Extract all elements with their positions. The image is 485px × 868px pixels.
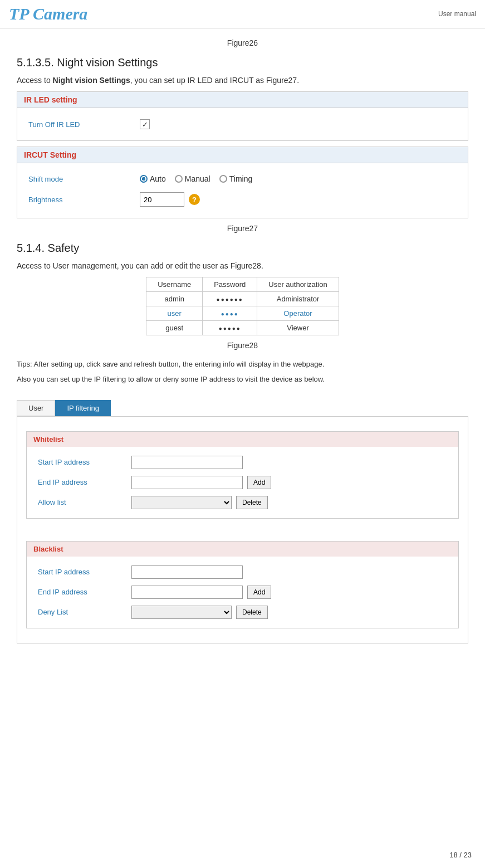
brightness-input[interactable] (140, 192, 184, 207)
desc-bold: Night vision Settings (53, 76, 130, 85)
blacklist-delete-button[interactable]: Delete (236, 606, 268, 619)
shift-mode-row: Shift mode Auto Manual Timin (28, 170, 457, 188)
radio-manual[interactable]: Manual (175, 174, 210, 183)
radio-manual-label: Manual (185, 174, 210, 183)
desc-post: , you can set up IR LED and IRCUT as Fig… (130, 76, 299, 85)
logo: TP Camera (9, 4, 87, 23)
section-514-title: 5.1.4. Safety (17, 242, 468, 255)
section-513-desc: Access to Night vision Settings, you can… (17, 76, 468, 85)
ir-led-checkbox[interactable] (140, 119, 150, 129)
ir-led-header: IR LED setting (17, 92, 468, 108)
radio-auto-label: Auto (150, 174, 166, 183)
radio-timing-circle (219, 175, 227, 183)
table-row: guest ●●●●● Viewer (146, 321, 339, 335)
cell-auth-user: Operator (257, 306, 339, 321)
cell-auth-guest: Viewer (257, 321, 339, 335)
desc-pre: Access to (17, 76, 53, 85)
section-514-desc: Access to User management, you can add o… (17, 261, 468, 270)
manual-label: User manual (438, 10, 476, 18)
cell-username-user: user (146, 306, 203, 321)
ircut-header: IRCUT Setting (17, 147, 468, 163)
blacklist-deny-list-row: Deny List Delete (38, 602, 447, 622)
turn-off-ir-led-row: Turn Off IR LED (28, 115, 457, 134)
blacklist-panel: Blacklist Start IP address End IP addres… (26, 541, 459, 628)
blacklist-header: Blacklist (27, 542, 458, 557)
whitelist-delete-button[interactable]: Delete (236, 496, 268, 509)
table-row: user ●●●● Operator (146, 306, 339, 321)
blacklist-end-ip-row: End IP address Add (38, 582, 447, 602)
shift-mode-label: Shift mode (28, 175, 140, 183)
blacklist-body: Start IP address End IP address Add Deny… (27, 557, 458, 628)
figure28-label: Figure28 (17, 341, 468, 350)
whitelist-allow-list-row: Allow list Delete (38, 492, 447, 513)
blacklist-start-ip-row: Start IP address (38, 562, 447, 582)
cell-password-admin: ●●●●●● (203, 292, 257, 306)
radio-auto-circle (140, 175, 148, 183)
whitelist-panel: Whitelist Start IP address End IP addres… (26, 431, 459, 519)
tips-line1: Tips: After setting up, click save and r… (17, 359, 468, 370)
whitelist-start-ip-input[interactable] (131, 456, 243, 469)
user-table-header-row: Username Password User authorization (146, 277, 339, 292)
ip-filter-panel: Whitelist Start IP address End IP addres… (17, 416, 468, 643)
ip-filter-tabs: User IP filtering (17, 400, 468, 416)
figure27-label: Figure27 (17, 224, 468, 233)
turn-off-ir-led-control (140, 119, 150, 129)
cell-password-user: ●●●● (203, 306, 257, 321)
cell-password-guest: ●●●●● (203, 321, 257, 335)
tips-line2: Also you can set up the IP filtering to … (17, 374, 468, 386)
cell-username-admin: admin (146, 292, 203, 306)
tab-user[interactable]: User (17, 400, 55, 416)
whitelist-add-button[interactable]: Add (247, 476, 271, 489)
shift-mode-radio-group: Auto Manual Timing (140, 174, 252, 183)
blacklist-add-button[interactable]: Add (247, 586, 271, 599)
brightness-label: Brightness (28, 196, 140, 204)
whitelist-allow-list-select[interactable] (131, 496, 232, 509)
figure26-label: Figure26 (17, 38, 468, 47)
col-password: Password (203, 277, 257, 292)
tab-ip-filtering[interactable]: IP filtering (55, 400, 111, 416)
page-footer: 18 / 23 (449, 851, 472, 859)
cell-username-guest: guest (146, 321, 203, 335)
col-username: Username (146, 277, 203, 292)
blacklist-end-ip-input[interactable] (131, 586, 243, 599)
ir-led-panel: IR LED setting Turn Off IR LED (17, 91, 468, 141)
radio-manual-circle (175, 175, 183, 183)
shift-mode-control: Auto Manual Timing (140, 174, 252, 183)
page-header: TP Camera User manual (0, 0, 485, 28)
user-table: Username Password User authorization adm… (146, 277, 339, 335)
section-513-title: 5.1.3.5. Night vision Settings (17, 56, 468, 69)
ircut-body: Shift mode Auto Manual Timin (17, 163, 468, 218)
cell-auth-admin: Administrator (257, 292, 339, 306)
whitelist-start-ip-row: Start IP address (38, 452, 447, 472)
whitelist-allow-list-label: Allow list (38, 498, 127, 506)
blacklist-end-ip-label: End IP address (38, 588, 127, 596)
whitelist-start-ip-label: Start IP address (38, 458, 127, 466)
whitelist-header: Whitelist (27, 432, 458, 447)
turn-off-ir-led-label: Turn Off IR LED (28, 120, 140, 129)
table-row: admin ●●●●●● Administrator (146, 292, 339, 306)
blacklist-start-ip-label: Start IP address (38, 568, 127, 576)
blacklist-deny-list-label: Deny List (38, 608, 127, 616)
whitelist-end-ip-input[interactable] (131, 476, 243, 489)
blacklist-deny-list-select[interactable] (131, 606, 232, 619)
blacklist-start-ip-input[interactable] (131, 565, 243, 579)
radio-timing-label: Timing (229, 174, 253, 183)
radio-auto[interactable]: Auto (140, 174, 166, 183)
whitelist-body: Start IP address End IP address Add Allo… (27, 447, 458, 518)
main-content: Figure26 5.1.3.5. Night vision Settings … (0, 28, 485, 666)
brightness-control: ? (140, 192, 200, 207)
whitelist-end-ip-row: End IP address Add (38, 472, 447, 492)
brightness-help-icon[interactable]: ? (189, 194, 200, 205)
radio-timing[interactable]: Timing (219, 174, 253, 183)
ir-led-body: Turn Off IR LED (17, 108, 468, 140)
ircut-panel: IRCUT Setting Shift mode Auto Manual (17, 147, 468, 218)
brightness-row: Brightness ? (28, 188, 457, 211)
whitelist-end-ip-label: End IP address (38, 478, 127, 486)
col-auth: User authorization (257, 277, 339, 292)
